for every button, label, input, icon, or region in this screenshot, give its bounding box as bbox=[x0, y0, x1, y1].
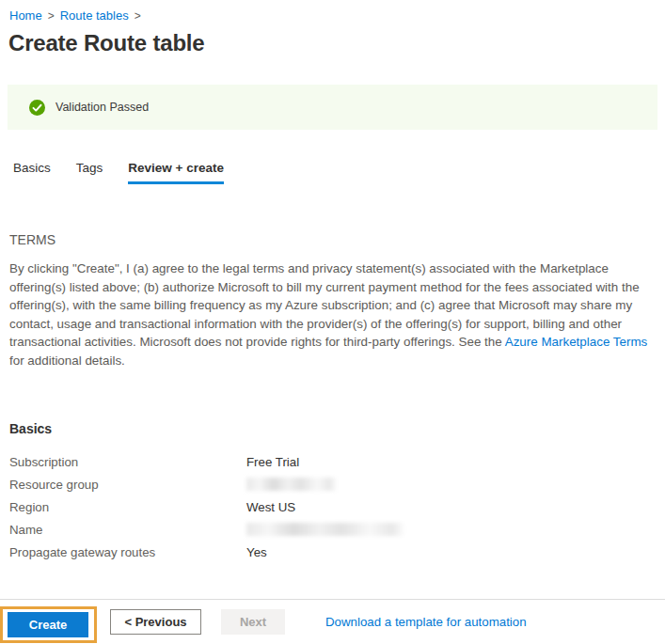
breadcrumb-link-route-tables[interactable]: Route tables bbox=[60, 8, 129, 23]
footer-action-bar: Create < Previous Next Download a templa… bbox=[0, 599, 665, 644]
field-value: Free Trial bbox=[246, 455, 299, 469]
breadcrumb-link-home[interactable]: Home bbox=[9, 8, 42, 23]
field-row-region: Region West US bbox=[9, 495, 665, 518]
field-value: Yes bbox=[246, 545, 267, 559]
terms-text-after-link: for additional details. bbox=[9, 353, 125, 368]
field-label: Resource group bbox=[9, 478, 246, 492]
redacted-value bbox=[246, 523, 404, 536]
validation-banner-text: Validation Passed bbox=[55, 101, 149, 114]
azure-marketplace-terms-link[interactable]: Azure Marketplace Terms bbox=[505, 335, 648, 349]
create-button[interactable]: Create bbox=[8, 612, 88, 637]
tab-basics[interactable]: Basics bbox=[13, 161, 51, 184]
field-row-propagate-gateway-routes: Propagate gateway routes Yes bbox=[9, 541, 665, 563]
tab-review-create[interactable]: Review + create bbox=[128, 161, 224, 184]
field-row-subscription: Subscription Free Trial bbox=[9, 450, 665, 473]
page-title: Create Route table bbox=[8, 30, 665, 56]
basics-section-heading: Basics bbox=[9, 421, 665, 436]
checkmark-circle-icon bbox=[29, 100, 45, 116]
breadcrumb: Home > Route tables > bbox=[0, 0, 665, 23]
terms-heading: TERMS bbox=[9, 232, 665, 247]
field-value: West US bbox=[246, 500, 295, 514]
breadcrumb-separator: > bbox=[135, 9, 141, 23]
next-button[interactable]: Next bbox=[221, 609, 285, 635]
redacted-value bbox=[246, 478, 337, 491]
basics-summary-fields: Subscription Free Trial Resource group R… bbox=[9, 450, 665, 563]
field-label: Propagate gateway routes bbox=[9, 545, 246, 559]
field-row-name: Name bbox=[9, 518, 665, 541]
previous-button[interactable]: < Previous bbox=[110, 609, 201, 635]
validation-banner: Validation Passed bbox=[8, 85, 657, 130]
tab-tags[interactable]: Tags bbox=[76, 161, 103, 184]
terms-text: By clicking "Create", I (a) agree to the… bbox=[9, 259, 656, 369]
annotation-highlight-box: Create bbox=[0, 606, 97, 643]
breadcrumb-separator: > bbox=[48, 9, 55, 23]
field-label: Subscription bbox=[9, 455, 246, 469]
download-template-link[interactable]: Download a template for automation bbox=[325, 615, 527, 629]
field-row-resource-group: Resource group bbox=[9, 473, 665, 495]
field-label: Name bbox=[9, 523, 246, 537]
field-label: Region bbox=[9, 500, 246, 514]
tab-bar: Basics Tags Review + create bbox=[13, 161, 665, 184]
